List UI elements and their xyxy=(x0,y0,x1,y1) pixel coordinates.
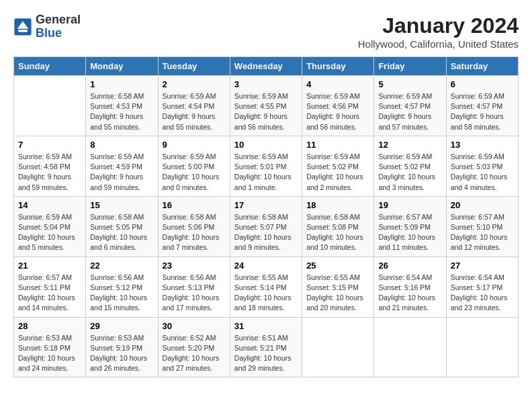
day-number: 12 xyxy=(378,140,441,150)
day-number: 25 xyxy=(306,261,369,271)
day-info: Sunrise: 6:52 AM Sunset: 5:20 PM Dayligh… xyxy=(163,333,226,374)
day-info: Sunrise: 6:58 AM Sunset: 5:06 PM Dayligh… xyxy=(163,212,226,253)
day-info: Sunrise: 6:57 AM Sunset: 5:11 PM Dayligh… xyxy=(18,273,81,314)
day-number: 5 xyxy=(378,79,441,89)
day-info: Sunrise: 6:57 AM Sunset: 5:09 PM Dayligh… xyxy=(378,212,441,253)
logo-icon xyxy=(13,17,32,36)
calendar-cell: 16Sunrise: 6:58 AM Sunset: 5:06 PM Dayli… xyxy=(158,196,230,257)
svg-rect-2 xyxy=(18,30,28,32)
day-number: 11 xyxy=(306,140,369,150)
day-number: 27 xyxy=(451,261,514,271)
day-number: 29 xyxy=(90,321,153,331)
calendar-week-row: 14Sunrise: 6:59 AM Sunset: 5:04 PM Dayli… xyxy=(14,196,519,257)
calendar-cell: 10Sunrise: 6:59 AM Sunset: 5:01 PM Dayli… xyxy=(230,136,302,196)
calendar-cell: 2Sunrise: 6:59 AM Sunset: 4:54 PM Daylig… xyxy=(158,76,230,136)
day-number: 13 xyxy=(451,140,514,150)
day-info: Sunrise: 6:59 AM Sunset: 5:00 PM Dayligh… xyxy=(163,152,226,193)
day-info: Sunrise: 6:59 AM Sunset: 5:02 PM Dayligh… xyxy=(378,152,441,193)
day-info: Sunrise: 6:59 AM Sunset: 4:57 PM Dayligh… xyxy=(378,91,441,132)
column-header-tuesday: Tuesday xyxy=(158,57,230,76)
calendar-cell: 30Sunrise: 6:52 AM Sunset: 5:20 PM Dayli… xyxy=(158,317,230,377)
day-info: Sunrise: 6:55 AM Sunset: 5:14 PM Dayligh… xyxy=(234,273,298,314)
day-info: Sunrise: 6:58 AM Sunset: 4:53 PM Dayligh… xyxy=(90,91,153,132)
location-subtitle: Hollywood, California, United States xyxy=(358,38,519,50)
day-number: 23 xyxy=(163,261,226,271)
day-number: 31 xyxy=(234,321,298,331)
calendar-cell: 24Sunrise: 6:55 AM Sunset: 5:14 PM Dayli… xyxy=(230,257,302,317)
day-number: 3 xyxy=(234,79,298,89)
day-info: Sunrise: 6:58 AM Sunset: 5:05 PM Dayligh… xyxy=(90,212,153,253)
month-year-title: January 2024 xyxy=(358,13,519,38)
calendar-cell: 22Sunrise: 6:56 AM Sunset: 5:12 PM Dayli… xyxy=(86,257,158,317)
calendar-cell: 5Sunrise: 6:59 AM Sunset: 4:57 PM Daylig… xyxy=(374,76,446,136)
calendar-cell xyxy=(446,317,518,377)
day-info: Sunrise: 6:59 AM Sunset: 4:55 PM Dayligh… xyxy=(234,91,298,132)
day-number: 17 xyxy=(234,200,298,210)
calendar-cell: 20Sunrise: 6:57 AM Sunset: 5:10 PM Dayli… xyxy=(446,196,518,257)
calendar-table: SundayMondayTuesdayWednesdayThursdayFrid… xyxy=(13,56,519,377)
calendar-week-row: 28Sunrise: 6:53 AM Sunset: 5:18 PM Dayli… xyxy=(14,317,519,377)
calendar-cell: 21Sunrise: 6:57 AM Sunset: 5:11 PM Dayli… xyxy=(14,257,86,317)
day-info: Sunrise: 6:51 AM Sunset: 5:21 PM Dayligh… xyxy=(234,333,298,374)
calendar-cell: 29Sunrise: 6:53 AM Sunset: 5:19 PM Dayli… xyxy=(86,317,158,377)
calendar-cell: 17Sunrise: 6:58 AM Sunset: 5:07 PM Dayli… xyxy=(230,196,302,257)
day-number: 2 xyxy=(163,79,226,89)
day-info: Sunrise: 6:55 AM Sunset: 5:15 PM Dayligh… xyxy=(306,273,369,314)
column-header-sunday: Sunday xyxy=(14,57,86,76)
day-number: 14 xyxy=(18,200,81,210)
day-info: Sunrise: 6:59 AM Sunset: 5:02 PM Dayligh… xyxy=(306,152,369,193)
logo-blue-text: Blue xyxy=(36,27,81,40)
column-header-wednesday: Wednesday xyxy=(230,57,302,76)
calendar-cell: 28Sunrise: 6:53 AM Sunset: 5:18 PM Dayli… xyxy=(14,317,86,377)
column-header-thursday: Thursday xyxy=(302,57,374,76)
calendar-cell: 9Sunrise: 6:59 AM Sunset: 5:00 PM Daylig… xyxy=(158,136,230,196)
calendar-cell xyxy=(374,317,446,377)
day-number: 15 xyxy=(90,200,153,210)
day-number: 10 xyxy=(234,140,298,150)
calendar-cell xyxy=(14,76,86,136)
calendar-cell: 11Sunrise: 6:59 AM Sunset: 5:02 PM Dayli… xyxy=(302,136,374,196)
calendar-cell: 12Sunrise: 6:59 AM Sunset: 5:02 PM Dayli… xyxy=(374,136,446,196)
calendar-header-row: SundayMondayTuesdayWednesdayThursdayFrid… xyxy=(14,57,519,76)
column-header-friday: Friday xyxy=(374,57,446,76)
day-info: Sunrise: 6:57 AM Sunset: 5:10 PM Dayligh… xyxy=(451,212,514,253)
day-number: 7 xyxy=(18,140,81,150)
day-info: Sunrise: 6:59 AM Sunset: 5:04 PM Dayligh… xyxy=(18,212,81,253)
day-info: Sunrise: 6:54 AM Sunset: 5:17 PM Dayligh… xyxy=(451,273,514,314)
day-info: Sunrise: 6:59 AM Sunset: 4:58 PM Dayligh… xyxy=(18,152,81,193)
calendar-cell: 25Sunrise: 6:55 AM Sunset: 5:15 PM Dayli… xyxy=(302,257,374,317)
day-number: 24 xyxy=(234,261,298,271)
day-number: 9 xyxy=(163,140,226,150)
calendar-week-row: 1Sunrise: 6:58 AM Sunset: 4:53 PM Daylig… xyxy=(14,76,519,136)
calendar-cell: 13Sunrise: 6:59 AM Sunset: 5:03 PM Dayli… xyxy=(446,136,518,196)
calendar-week-row: 21Sunrise: 6:57 AM Sunset: 5:11 PM Dayli… xyxy=(14,257,519,317)
day-number: 22 xyxy=(90,261,153,271)
day-number: 20 xyxy=(451,200,514,210)
day-number: 26 xyxy=(378,261,441,271)
logo: General Blue xyxy=(13,13,81,40)
day-info: Sunrise: 6:59 AM Sunset: 5:01 PM Dayligh… xyxy=(234,152,298,193)
calendar-cell: 27Sunrise: 6:54 AM Sunset: 5:17 PM Dayli… xyxy=(446,257,518,317)
day-number: 8 xyxy=(90,140,153,150)
day-number: 21 xyxy=(18,261,81,271)
day-info: Sunrise: 6:58 AM Sunset: 5:08 PM Dayligh… xyxy=(306,212,369,253)
calendar-cell: 8Sunrise: 6:59 AM Sunset: 4:59 PM Daylig… xyxy=(86,136,158,196)
page-header: General Blue January 2024 Hollywood, Cal… xyxy=(13,13,519,50)
day-info: Sunrise: 6:59 AM Sunset: 5:03 PM Dayligh… xyxy=(451,152,514,193)
calendar-week-row: 7Sunrise: 6:59 AM Sunset: 4:58 PM Daylig… xyxy=(14,136,519,196)
day-number: 28 xyxy=(18,321,81,331)
calendar-cell xyxy=(302,317,374,377)
day-number: 4 xyxy=(306,79,369,89)
day-info: Sunrise: 6:59 AM Sunset: 4:56 PM Dayligh… xyxy=(306,91,369,132)
day-info: Sunrise: 6:54 AM Sunset: 5:16 PM Dayligh… xyxy=(378,273,441,314)
day-info: Sunrise: 6:53 AM Sunset: 5:19 PM Dayligh… xyxy=(90,333,153,374)
day-info: Sunrise: 6:59 AM Sunset: 4:54 PM Dayligh… xyxy=(163,91,226,132)
calendar-cell: 14Sunrise: 6:59 AM Sunset: 5:04 PM Dayli… xyxy=(14,196,86,257)
column-header-saturday: Saturday xyxy=(446,57,518,76)
calendar-cell: 31Sunrise: 6:51 AM Sunset: 5:21 PM Dayli… xyxy=(230,317,302,377)
day-info: Sunrise: 6:59 AM Sunset: 4:59 PM Dayligh… xyxy=(90,152,153,193)
day-number: 6 xyxy=(451,79,514,89)
day-info: Sunrise: 6:58 AM Sunset: 5:07 PM Dayligh… xyxy=(234,212,298,253)
column-header-monday: Monday xyxy=(86,57,158,76)
title-block: January 2024 Hollywood, California, Unit… xyxy=(358,13,519,50)
